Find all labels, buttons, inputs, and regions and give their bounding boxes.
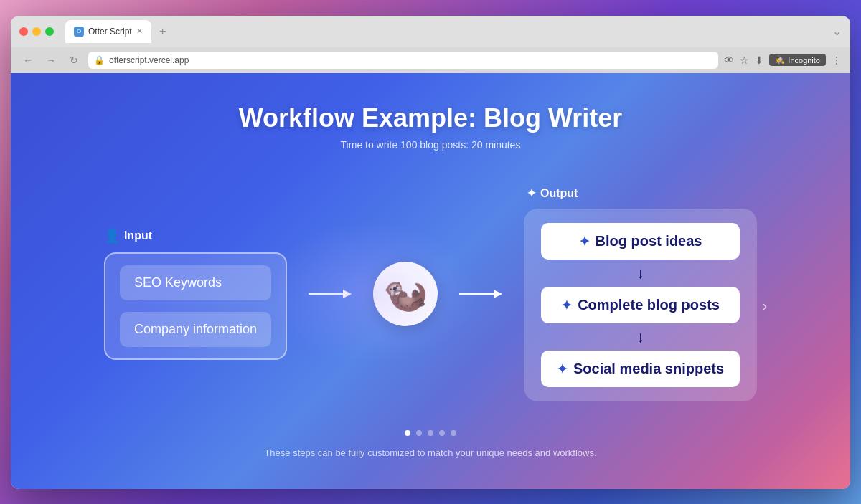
minimize-button[interactable] [32,27,41,36]
star-icon[interactable]: ☆ [740,54,749,66]
page-content: Workflow Example: Blog Writer Time to wr… [11,73,850,489]
input-label-text: Input [124,229,152,242]
window-expand-icon[interactable]: ⌄ [832,24,842,38]
arrow-to-otter [309,287,352,301]
svg-marker-3 [494,290,502,298]
output-box: ✦ Blog post ideas ↓ ✦ Complete blog post… [524,209,757,401]
lock-icon: 🔒 [94,55,105,65]
dot-2[interactable] [416,430,422,436]
incognito-icon: 🕵 [775,55,785,65]
address-bar[interactable]: 🔒 otterscript.vercel.app [88,52,718,69]
sparkle-icon-3: ✦ [557,361,568,377]
tab-favicon: O [74,27,84,37]
footer-text: These steps can be fully customized to m… [264,447,596,458]
dot-4[interactable] [439,430,445,436]
output-label: ✦ Output [524,186,757,200]
down-arrow-2: ↓ [636,328,644,346]
workflow-container: 👤 Input SEO Keywords Company information… [104,186,757,401]
url-text: otterscript.vercel.app [109,55,189,65]
sparkle-icon-2: ✦ [561,298,572,313]
close-button[interactable] [19,27,28,36]
output-item-posts-text: Complete blog posts [578,297,720,313]
incognito-badge: 🕵 Incognito [769,54,826,66]
output-item-social-text: Social media snippets [573,361,724,377]
sparkle-icon-1: ✦ [579,234,590,249]
forward-button[interactable]: → [42,52,60,69]
toolbar-actions: 👁 ☆ ⬇ 🕵 Incognito ⋮ [724,54,842,66]
input-item-seo: SEO Keywords [120,265,271,300]
input-box: SEO Keywords Company information [104,252,287,360]
tab-bar: O Otter Script ✕ + [65,20,778,43]
browser-titlebar: O Otter Script ✕ + ⌄ [11,16,850,47]
svg-marker-1 [343,290,352,298]
dot-5[interactable] [451,430,456,436]
sparkle-label-icon: ✦ [527,186,536,200]
page-subtitle: Time to write 100 blog posts: 20 minutes [341,139,521,151]
output-item-social: ✦ Social media snippets [541,351,740,387]
dot-3[interactable] [428,430,433,436]
output-item-posts: ✦ Complete blog posts [541,287,740,323]
browser-window: O Otter Script ✕ + ⌄ ← → ↻ 🔒 otterscript… [11,16,850,489]
output-section: ✦ Output ✦ Blog post ideas ↓ ✦ Complete … [524,186,757,401]
output-label-text: Output [540,187,578,200]
down-arrow-1: ↓ [636,264,644,282]
input-section: 👤 Input SEO Keywords Company information [104,228,287,360]
output-item-ideas-text: Blog post ideas [596,233,702,249]
person-icon: 👤 [104,228,120,244]
incognito-label: Incognito [788,56,820,65]
output-chevron-icon: › [762,297,767,313]
output-item-ideas: ✦ Blog post ideas [541,223,740,260]
otter-mascot: 🦦 [373,262,438,326]
maximize-button[interactable] [45,27,54,36]
traffic-lights [19,27,54,36]
browser-toolbar: ← → ↻ 🔒 otterscript.vercel.app 👁 ☆ ⬇ 🕵 I… [11,47,850,73]
menu-icon[interactable]: ⋮ [832,54,842,66]
pagination-dots [405,430,456,436]
arrow-from-otter [459,287,502,301]
page-title: Workflow Example: Blog Writer [239,103,623,133]
tab-title: Otter Script [88,27,132,37]
new-tab-button[interactable]: + [154,23,171,40]
input-item-company: Company information [120,312,271,347]
eye-slash-icon[interactable]: 👁 [724,54,734,66]
tab-close-button[interactable]: ✕ [136,27,143,36]
back-button[interactable]: ← [19,52,37,69]
input-label: 👤 Input [104,228,287,244]
reload-button[interactable]: ↻ [65,52,83,69]
active-tab[interactable]: O Otter Script ✕ [65,20,151,43]
dot-1[interactable] [405,430,410,436]
download-icon[interactable]: ⬇ [755,54,763,66]
